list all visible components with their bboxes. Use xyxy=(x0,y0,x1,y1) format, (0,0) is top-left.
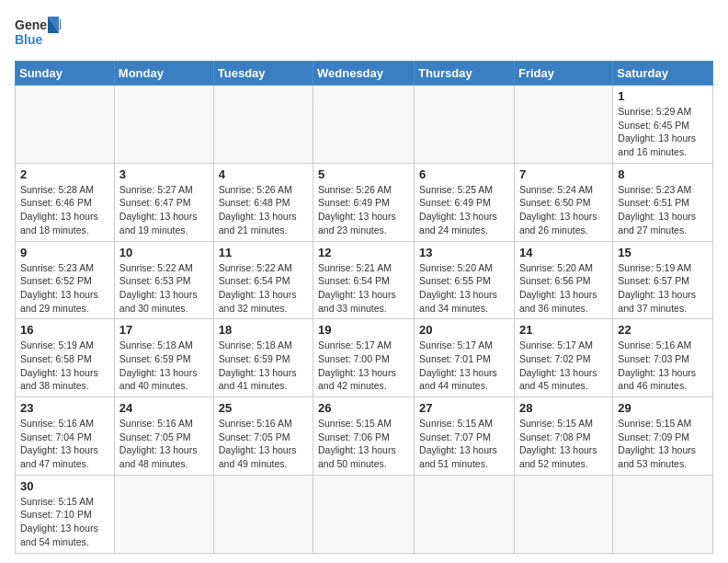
day-cell: 19Sunrise: 5:17 AMSunset: 7:00 PMDayligh… xyxy=(313,319,415,397)
week-row-2: 2Sunrise: 5:28 AMSunset: 6:46 PMDaylight… xyxy=(16,163,713,241)
day-number: 17 xyxy=(119,323,209,337)
day-info: Sunrise: 5:15 AMSunset: 7:09 PMDaylight:… xyxy=(618,417,708,471)
day-cell: 27Sunrise: 5:15 AMSunset: 7:07 PMDayligh… xyxy=(415,397,515,476)
day-info: Sunrise: 5:28 AMSunset: 6:46 PMDaylight:… xyxy=(20,183,109,237)
day-info: Sunrise: 5:24 AMSunset: 6:50 PMDaylight:… xyxy=(519,183,608,237)
day-info: Sunrise: 5:16 AMSunset: 7:05 PMDaylight:… xyxy=(119,417,209,471)
day-info: Sunrise: 5:25 AMSunset: 6:49 PMDaylight:… xyxy=(419,183,509,237)
day-cell xyxy=(613,475,713,553)
weekday-header-row: SundayMondayTuesdayWednesdayThursdayFrid… xyxy=(16,62,713,86)
day-number: 15 xyxy=(618,246,708,259)
day-cell: 1Sunrise: 5:29 AMSunset: 6:45 PMDaylight… xyxy=(613,86,713,164)
day-info: Sunrise: 5:15 AMSunset: 7:06 PMDaylight:… xyxy=(318,417,409,471)
weekday-header-tuesday: Tuesday xyxy=(213,62,313,86)
day-number: 24 xyxy=(119,401,209,415)
day-info: Sunrise: 5:23 AMSunset: 6:52 PMDaylight:… xyxy=(20,261,109,316)
weekday-header-thursday: Thursday xyxy=(415,62,515,86)
day-cell: 23Sunrise: 5:16 AMSunset: 7:04 PMDayligh… xyxy=(16,397,115,476)
day-number: 12 xyxy=(318,246,409,259)
day-number: 4 xyxy=(219,167,308,181)
day-number: 28 xyxy=(519,401,608,415)
day-number: 23 xyxy=(20,401,109,415)
day-cell: 30Sunrise: 5:15 AMSunset: 7:10 PMDayligh… xyxy=(16,475,115,553)
weekday-header-sunday: Sunday xyxy=(16,62,115,86)
day-info: Sunrise: 5:23 AMSunset: 6:51 PMDaylight:… xyxy=(618,183,708,237)
week-row-5: 23Sunrise: 5:16 AMSunset: 7:04 PMDayligh… xyxy=(16,397,713,476)
week-row-1: 1Sunrise: 5:29 AMSunset: 6:45 PMDaylight… xyxy=(16,86,713,164)
day-number: 10 xyxy=(119,246,209,259)
day-number: 18 xyxy=(219,323,308,337)
day-cell xyxy=(415,86,515,164)
weekday-header-friday: Friday xyxy=(514,62,612,86)
day-info: Sunrise: 5:21 AMSunset: 6:54 PMDaylight:… xyxy=(318,261,409,316)
day-cell: 26Sunrise: 5:15 AMSunset: 7:06 PMDayligh… xyxy=(313,397,415,476)
day-cell: 5Sunrise: 5:26 AMSunset: 6:49 PMDaylight… xyxy=(313,163,415,241)
day-cell: 6Sunrise: 5:25 AMSunset: 6:49 PMDaylight… xyxy=(415,163,515,241)
day-number: 25 xyxy=(219,401,308,415)
day-info: Sunrise: 5:22 AMSunset: 6:53 PMDaylight:… xyxy=(119,261,209,316)
day-cell xyxy=(114,475,213,553)
day-cell: 2Sunrise: 5:28 AMSunset: 6:46 PMDaylight… xyxy=(16,163,115,241)
day-number: 2 xyxy=(20,167,109,181)
day-info: Sunrise: 5:15 AMSunset: 7:10 PMDaylight:… xyxy=(20,495,109,549)
day-cell: 25Sunrise: 5:16 AMSunset: 7:05 PMDayligh… xyxy=(213,397,313,476)
day-number: 5 xyxy=(318,167,409,181)
day-info: Sunrise: 5:16 AMSunset: 7:03 PMDaylight:… xyxy=(618,339,708,393)
day-cell xyxy=(415,475,515,553)
day-cell: 14Sunrise: 5:20 AMSunset: 6:56 PMDayligh… xyxy=(514,241,612,319)
day-info: Sunrise: 5:17 AMSunset: 7:02 PMDaylight:… xyxy=(519,339,608,393)
day-info: Sunrise: 5:18 AMSunset: 6:59 PMDaylight:… xyxy=(219,339,308,393)
day-info: Sunrise: 5:20 AMSunset: 6:55 PMDaylight:… xyxy=(419,261,509,316)
day-number: 6 xyxy=(419,167,509,181)
day-info: Sunrise: 5:17 AMSunset: 7:00 PMDaylight:… xyxy=(318,339,409,393)
day-number: 9 xyxy=(20,246,109,259)
day-cell: 3Sunrise: 5:27 AMSunset: 6:47 PMDaylight… xyxy=(114,163,213,241)
week-row-3: 9Sunrise: 5:23 AMSunset: 6:52 PMDaylight… xyxy=(16,241,713,319)
day-cell: 13Sunrise: 5:20 AMSunset: 6:55 PMDayligh… xyxy=(415,241,515,319)
logo: GeneralBlue xyxy=(15,15,61,53)
day-cell xyxy=(213,86,313,164)
day-cell: 20Sunrise: 5:17 AMSunset: 7:01 PMDayligh… xyxy=(415,319,515,397)
day-info: Sunrise: 5:18 AMSunset: 6:59 PMDaylight:… xyxy=(119,339,209,393)
day-cell: 15Sunrise: 5:19 AMSunset: 6:57 PMDayligh… xyxy=(613,241,713,319)
header-section: GeneralBlue xyxy=(15,15,713,53)
day-number: 20 xyxy=(419,323,509,337)
day-number: 13 xyxy=(419,246,509,259)
day-info: Sunrise: 5:19 AMSunset: 6:58 PMDaylight:… xyxy=(20,339,109,393)
calendar-grid: SundayMondayTuesdayWednesdayThursdayFrid… xyxy=(15,61,713,554)
day-info: Sunrise: 5:29 AMSunset: 6:45 PMDaylight:… xyxy=(618,105,708,159)
week-row-4: 16Sunrise: 5:19 AMSunset: 6:58 PMDayligh… xyxy=(16,319,713,397)
day-number: 11 xyxy=(219,246,308,259)
day-info: Sunrise: 5:19 AMSunset: 6:57 PMDaylight:… xyxy=(618,261,708,316)
day-number: 21 xyxy=(519,323,608,337)
day-info: Sunrise: 5:16 AMSunset: 7:04 PMDaylight:… xyxy=(20,417,109,471)
day-cell: 8Sunrise: 5:23 AMSunset: 6:51 PMDaylight… xyxy=(613,163,713,241)
weekday-header-wednesday: Wednesday xyxy=(313,62,415,86)
day-number: 19 xyxy=(318,323,409,337)
day-info: Sunrise: 5:26 AMSunset: 6:49 PMDaylight:… xyxy=(318,183,409,237)
day-info: Sunrise: 5:15 AMSunset: 7:08 PMDaylight:… xyxy=(519,417,608,471)
day-number: 7 xyxy=(519,167,608,181)
calendar-container: GeneralBlue SundayMondayTuesdayWednesday… xyxy=(0,0,728,563)
day-cell: 7Sunrise: 5:24 AMSunset: 6:50 PMDaylight… xyxy=(514,163,612,241)
day-number: 27 xyxy=(419,401,509,415)
day-cell: 28Sunrise: 5:15 AMSunset: 7:08 PMDayligh… xyxy=(514,397,612,476)
day-info: Sunrise: 5:27 AMSunset: 6:47 PMDaylight:… xyxy=(119,183,209,237)
day-cell: 12Sunrise: 5:21 AMSunset: 6:54 PMDayligh… xyxy=(313,241,415,319)
day-info: Sunrise: 5:15 AMSunset: 7:07 PMDaylight:… xyxy=(419,417,509,471)
day-cell xyxy=(213,475,313,553)
day-number: 1 xyxy=(618,89,708,103)
day-number: 14 xyxy=(519,246,608,259)
day-cell: 22Sunrise: 5:16 AMSunset: 7:03 PMDayligh… xyxy=(613,319,713,397)
day-number: 3 xyxy=(119,167,209,181)
day-number: 16 xyxy=(20,323,109,337)
weekday-header-saturday: Saturday xyxy=(613,62,713,86)
day-info: Sunrise: 5:26 AMSunset: 6:48 PMDaylight:… xyxy=(219,183,308,237)
day-cell: 24Sunrise: 5:16 AMSunset: 7:05 PMDayligh… xyxy=(114,397,213,476)
day-cell: 9Sunrise: 5:23 AMSunset: 6:52 PMDaylight… xyxy=(16,241,115,319)
weekday-header-monday: Monday xyxy=(114,62,213,86)
day-number: 8 xyxy=(618,167,708,181)
day-cell: 29Sunrise: 5:15 AMSunset: 7:09 PMDayligh… xyxy=(613,397,713,476)
day-info: Sunrise: 5:22 AMSunset: 6:54 PMDaylight:… xyxy=(219,261,308,316)
day-cell: 17Sunrise: 5:18 AMSunset: 6:59 PMDayligh… xyxy=(114,319,213,397)
